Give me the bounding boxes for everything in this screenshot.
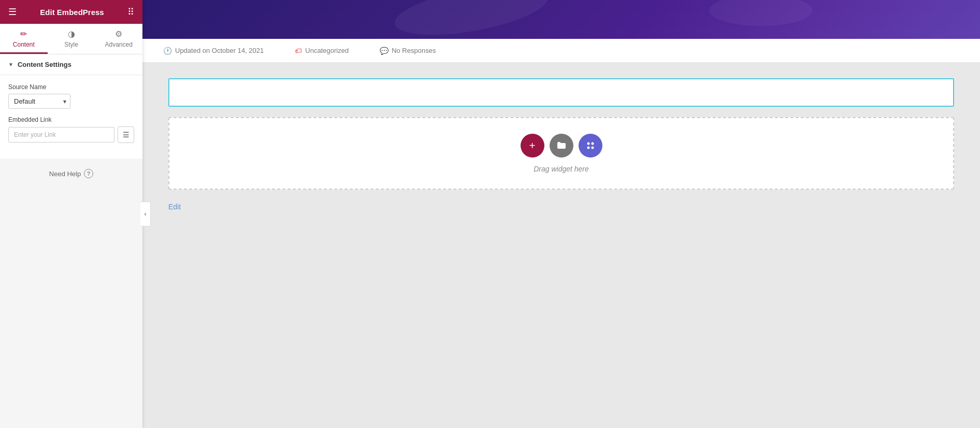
embedded-link-label: Embedded Link xyxy=(8,116,134,123)
drop-zone-buttons: + xyxy=(521,134,602,158)
drop-zone: + Drag widge xyxy=(168,117,954,190)
need-help[interactable]: Need Help ? xyxy=(0,159,142,189)
need-help-label: Need Help xyxy=(49,170,81,178)
meta-category: 🏷 Uncategorized xyxy=(295,47,349,55)
folder-button[interactable] xyxy=(550,134,573,158)
tab-advanced[interactable]: ⚙ Advanced xyxy=(95,24,142,54)
selected-element-card xyxy=(168,78,954,107)
comment-icon: 💬 xyxy=(380,47,388,55)
spacer xyxy=(168,224,954,276)
source-name-select-wrapper: Default xyxy=(8,94,70,109)
svg-point-3 xyxy=(591,147,594,149)
edit-link[interactable]: Edit xyxy=(168,200,954,213)
sidebar-collapse-toggle[interactable]: ‹ xyxy=(140,202,151,226)
widget-icon xyxy=(585,140,596,151)
meta-updated-text: Updated on October 14, 2021 xyxy=(175,47,264,54)
drop-zone-label: Drag widget here xyxy=(534,165,589,173)
chevron-icon: ▼ xyxy=(8,62,13,67)
grid-icon[interactable]: ⠿ xyxy=(127,6,134,18)
add-widget-button[interactable]: + xyxy=(521,134,544,158)
source-name-select[interactable]: Default xyxy=(8,94,70,109)
clock-icon: 🕐 xyxy=(163,47,172,55)
content-settings-header: ▼ Content Settings xyxy=(0,54,142,75)
svg-point-2 xyxy=(587,147,589,149)
sidebar-content: ▼ Content Settings Source Name Default E… xyxy=(0,54,142,428)
page-area: + Drag widge xyxy=(142,63,980,428)
style-tab-label: Style xyxy=(64,41,78,48)
top-banner xyxy=(142,0,980,39)
source-name-field: Source Name Default xyxy=(8,83,134,109)
link-list-button[interactable]: ☰ xyxy=(118,126,134,143)
embedded-link-field: Embedded Link ☰ xyxy=(8,116,134,143)
sidebar: ☰ Edit EmbedPress ⠿ ✏ Content ◑ Style ⚙ … xyxy=(0,0,142,428)
style-tab-icon: ◑ xyxy=(68,29,75,39)
source-name-label: Source Name xyxy=(8,83,134,91)
advanced-tab-label: Advanced xyxy=(105,41,132,48)
content-settings-title: Content Settings xyxy=(18,61,71,68)
tag-icon: 🏷 xyxy=(295,47,302,55)
sidebar-title: Edit EmbedPress xyxy=(40,8,104,17)
svg-point-0 xyxy=(587,142,589,145)
sidebar-tabs: ✏ Content ◑ Style ⚙ Advanced xyxy=(0,24,142,54)
meta-category-text: Uncategorized xyxy=(305,47,349,54)
hamburger-icon[interactable]: ☰ xyxy=(8,6,17,18)
meta-bar: 🕐 Updated on October 14, 2021 🏷 Uncatego… xyxy=(142,39,980,63)
tab-content[interactable]: ✏ Content xyxy=(0,24,48,54)
folder-icon xyxy=(556,140,567,151)
main-content: 🕐 Updated on October 14, 2021 🏷 Uncatego… xyxy=(142,0,980,428)
embedded-link-row: ☰ xyxy=(8,126,134,143)
help-icon: ? xyxy=(84,169,93,178)
meta-responses-text: No Responses xyxy=(392,47,436,54)
meta-responses: 💬 No Responses xyxy=(380,47,436,55)
content-tab-icon: ✏ xyxy=(20,29,27,39)
drop-zone-card: + Drag widge xyxy=(168,117,954,190)
widget-button[interactable] xyxy=(579,134,602,158)
tab-style[interactable]: ◑ Style xyxy=(48,24,95,54)
svg-point-1 xyxy=(591,142,594,145)
content-tab-label: Content xyxy=(13,41,35,48)
embedded-link-input[interactable] xyxy=(8,127,114,142)
content-settings-body: Source Name Default Embedded Link ☰ xyxy=(0,75,142,159)
meta-updated: 🕐 Updated on October 14, 2021 xyxy=(163,47,264,55)
selected-box[interactable] xyxy=(168,78,954,107)
advanced-tab-icon: ⚙ xyxy=(115,29,122,39)
sidebar-header: ☰ Edit EmbedPress ⠿ xyxy=(0,0,142,24)
